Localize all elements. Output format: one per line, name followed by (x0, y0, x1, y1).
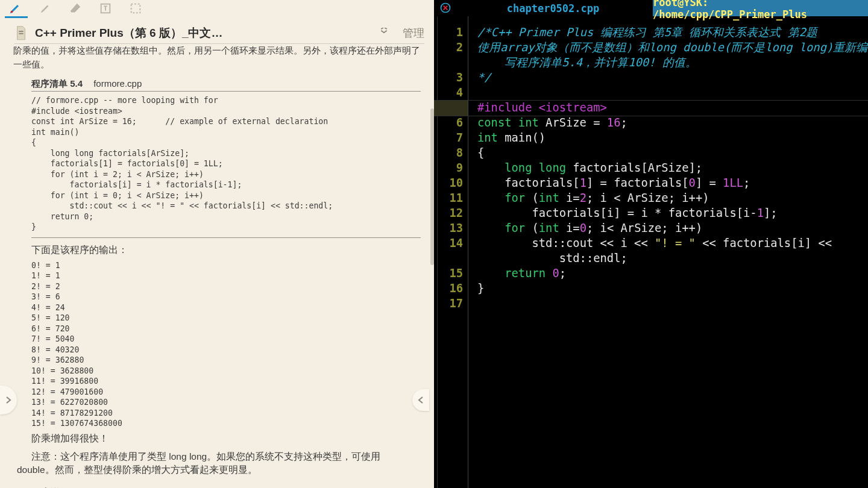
code-line[interactable]: 15 return 0; (434, 266, 868, 281)
code-line[interactable]: 13 for (int i=0; i< ArSize; i++) (434, 221, 868, 236)
tab-file-label: chapter0502.cpp (507, 2, 600, 14)
code-content: #include <iostream> (465, 100, 607, 115)
code-editor-pane: chapter0502.cpp root@YSK: /home/cpp/CPP_… (434, 0, 868, 488)
line-number: 10 (434, 175, 465, 190)
code-editor[interactable]: 1/*C++ Primer Plus 编程练习 第5章 循环和关系表达式 第2题… (434, 16, 868, 488)
tab-terminal[interactable]: root@YSK: /home/cpp/CPP_Primer_Plus (653, 0, 868, 16)
line-number: 17 (434, 296, 465, 311)
code-content: for (int i=2; i < ArSize; i++) (465, 190, 709, 205)
line-number: 12 (434, 205, 465, 221)
document-titlebar: C++ Primer Plus（第 6 版）_中文… 管理 (14, 23, 424, 43)
code-content: long long factorials[ArSize]; (465, 160, 702, 175)
close-icon[interactable] (438, 0, 453, 16)
code-line[interactable]: 5#include <iostream> (434, 100, 868, 115)
code-content: std::endl; (465, 251, 627, 266)
code-line[interactable]: 写程序清单5.4，并计算100! 的值。 (434, 55, 868, 70)
listing-filename: formore.cpp (93, 78, 142, 89)
listing-number: 程序清单 5.4 (31, 78, 83, 89)
listing-heading: 程序清单 5.4 formore.cpp (31, 78, 427, 90)
code-content: int main() (465, 130, 546, 145)
code-line[interactable]: 1/*C++ Primer Plus 编程练习 第5章 循环和关系表达式 第2题 (434, 25, 868, 40)
pdf-reader-pane: C++ Primer Plus（第 6 版）_中文… 管理 阶乘的值，并将这些值… (0, 0, 434, 488)
code-content: */ (465, 70, 491, 85)
code-content: return 0; (465, 266, 566, 281)
eraser-icon[interactable] (69, 2, 82, 15)
selection-icon[interactable] (129, 2, 142, 15)
annotation-toolbar (0, 0, 142, 17)
code-line[interactable]: 8{ (434, 145, 868, 160)
line-number: 14 (434, 236, 465, 251)
code-content: /*C++ Primer Plus 编程练习 第5章 循环和关系表达式 第2题 (465, 25, 817, 40)
code-line[interactable]: std::endl; (434, 251, 868, 266)
line-number: 7 (434, 130, 465, 145)
code-content: factorials[1] = factorials[0] = 1LL; (465, 175, 750, 190)
code-area[interactable]: 1/*C++ Primer Plus 编程练习 第5章 循环和关系表达式 第2题… (434, 25, 868, 311)
document-icon (14, 25, 28, 41)
title-dropdown-icon[interactable] (380, 28, 388, 39)
tab-file[interactable]: chapter0502.cpp (453, 0, 653, 16)
text-box-icon[interactable] (99, 2, 112, 15)
svg-rect-2 (131, 4, 140, 13)
line-number: 11 (434, 190, 465, 205)
pen-icon[interactable] (8, 2, 22, 15)
code-content: for (int i=0; i< ArSize; i++) (465, 221, 702, 236)
code-line[interactable]: 7int main() (434, 130, 868, 145)
line-number: 2 (434, 40, 465, 55)
intro-paragraph: 阶乘的值，并将这些值存储在数组中。然后，用另一个循环来显示结果。另外，该程序还在… (13, 44, 427, 71)
document-title[interactable]: C++ Primer Plus（第 6 版）_中文… (35, 25, 223, 41)
code-line[interactable]: 3*/ (434, 70, 868, 85)
note-paragraph: 注意：这个程序清单使用了类型 long long。如果您的系统不支持这种类型，可… (17, 450, 412, 477)
line-number: 16 (434, 281, 465, 296)
editor-tab-bar: chapter0502.cpp root@YSK: /home/cpp/CPP_… (438, 0, 868, 16)
line-number: 13 (434, 221, 465, 236)
svg-rect-4 (19, 33, 23, 34)
code-content (465, 85, 477, 100)
prev-page-button[interactable] (412, 389, 429, 411)
line-number: 4 (434, 85, 465, 100)
line-number: 6 (434, 115, 465, 130)
fast-remark: 阶乘增加得很快！ (31, 433, 427, 445)
code-line[interactable]: 17 (434, 296, 868, 311)
program-output: 0! = 1 1! = 1 2! = 2 3! = 6 4! = 24 5! =… (31, 260, 427, 429)
code-line[interactable]: 9 long long factorials[ArSize]; (434, 160, 868, 175)
code-content: std::cout << i << "! = " << factorials[i… (465, 236, 832, 251)
code-line[interactable]: 10 factorials[1] = factorials[0] = 1LL; (434, 175, 868, 190)
code-content: } (465, 281, 484, 296)
active-tool-underline (5, 16, 28, 18)
code-line[interactable]: 6const int ArSize = 16; (434, 115, 868, 130)
listing-rule-bottom (31, 237, 421, 238)
code-content: { (465, 145, 484, 160)
code-content: 写程序清单5.4，并计算100! 的值。 (465, 55, 697, 70)
line-number (434, 55, 465, 70)
line-number: 9 (434, 160, 465, 175)
document-body[interactable]: 阶乘的值，并将这些值存储在数组中。然后，用另一个循环来显示结果。另外，该程序还在… (13, 44, 427, 488)
line-number (434, 251, 465, 266)
line-number: 15 (434, 266, 465, 281)
code-line[interactable]: 16} (434, 281, 868, 296)
highlighter-icon[interactable] (39, 2, 52, 15)
code-line[interactable]: 12 factorials[i] = i * factorials[i-1]; (434, 205, 868, 221)
line-number: 3 (434, 70, 465, 85)
listing-code: // formore.cpp -- more looping with for … (31, 95, 427, 233)
line-number: 5 (434, 100, 465, 115)
code-content: 使用array对象（而不是数组）和long double(而不是long lon… (465, 40, 867, 55)
output-intro: 下面是该程序的输出： (31, 244, 427, 257)
code-content (465, 296, 477, 311)
code-line[interactable]: 4 (434, 85, 868, 100)
line-number: 1 (434, 25, 465, 40)
code-content: factorials[i] = i * factorials[i-1]; (465, 205, 778, 221)
code-line[interactable]: 14 std::cout << i << "! = " << factorial… (434, 236, 868, 251)
svg-rect-3 (19, 31, 23, 32)
manage-button[interactable]: 管理 (403, 26, 424, 40)
listing-rule-top (31, 91, 421, 92)
line-number: 8 (434, 145, 465, 160)
code-line[interactable]: 11 for (int i=2; i < ArSize; i++) (434, 190, 868, 205)
svg-point-0 (11, 11, 13, 13)
code-content: const int ArSize = 16; (465, 115, 627, 130)
code-line[interactable]: 2使用array对象（而不是数组）和long double(而不是long lo… (434, 40, 868, 55)
